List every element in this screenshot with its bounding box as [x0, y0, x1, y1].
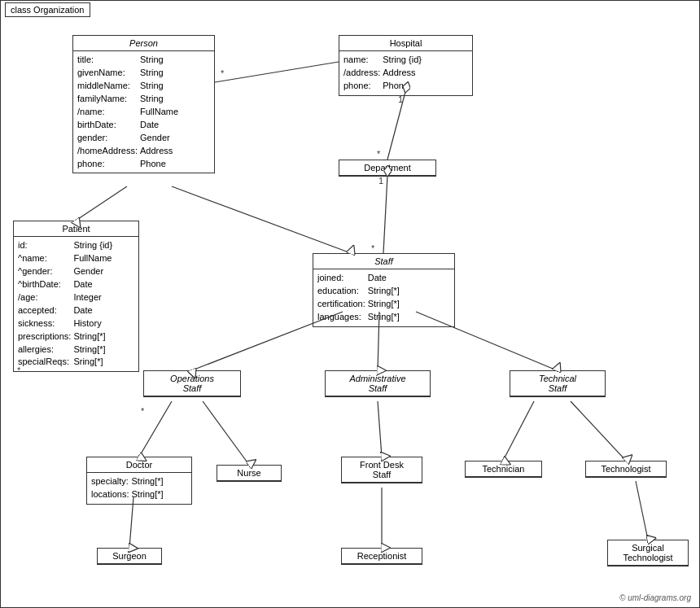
class-doctor-header: Doctor: [87, 457, 191, 473]
class-staff-header: Staff: [313, 254, 454, 269]
svg-line-4: [387, 92, 405, 160]
svg-line-15: [129, 497, 133, 548]
class-hospital: Hospital name:String {id} /address:Addre…: [339, 35, 473, 96]
svg-line-12: [378, 401, 382, 457]
class-receptionist-header: Receptionist: [342, 549, 422, 564]
svg-text:*: *: [371, 243, 375, 253]
class-technician: Technician: [465, 461, 542, 478]
svg-line-11: [203, 401, 249, 465]
class-patient-header: Patient: [14, 221, 138, 237]
svg-text:*: *: [141, 406, 145, 416]
class-administrative-staff-header: AdministrativeStaff: [326, 371, 430, 396]
class-staff: Staff joined:Date education:String[*] ce…: [313, 253, 455, 327]
class-technician-header: Technician: [466, 461, 541, 477]
svg-text:*: *: [377, 149, 381, 159]
class-hospital-body: name:String {id} /address:Address phone:…: [339, 51, 472, 95]
class-technical-staff-header: TechnicalStaff: [510, 371, 605, 396]
class-operations-staff-header: OperationsStaff: [144, 371, 240, 396]
svg-line-14: [571, 401, 626, 461]
class-administrative-staff: AdministrativeStaff: [325, 370, 431, 397]
class-receptionist: Receptionist: [341, 548, 422, 565]
class-surgical-technologist: SurgicalTechnologist: [607, 540, 689, 566]
class-surgical-technologist-header: SurgicalTechnologist: [608, 540, 688, 566]
class-person-header: Person: [73, 36, 214, 51]
class-hospital-header: Hospital: [339, 36, 472, 51]
class-staff-body: joined:Date education:String[*] certific…: [313, 269, 454, 326]
svg-line-6: [215, 62, 339, 82]
class-front-desk-staff-header: Front DeskStaff: [342, 457, 422, 483]
class-nurse-header: Nurse: [217, 466, 281, 481]
class-patient: Patient id:String {id} ^name:FullName ^g…: [13, 221, 139, 372]
svg-line-3: [172, 186, 351, 253]
svg-line-2: [76, 186, 127, 221]
svg-line-17: [636, 481, 648, 540]
svg-line-5: [383, 176, 387, 253]
class-person: Person title:String givenName:String mid…: [72, 35, 215, 173]
class-technical-staff: TechnicalStaff: [510, 370, 606, 397]
class-doctor-body: specialty:String[*] locations:String[*]: [87, 473, 191, 504]
class-front-desk-staff: Front DeskStaff: [341, 457, 422, 483]
svg-line-10: [139, 401, 172, 457]
class-department: Department: [339, 160, 436, 177]
diagram-container: class Organization Person title:String g…: [0, 0, 700, 608]
svg-line-13: [503, 401, 534, 461]
class-surgeon: Surgeon: [97, 548, 162, 565]
copyright-text: © uml-diagrams.org: [619, 593, 691, 602]
class-person-body: title:String givenName:String middleName…: [73, 51, 214, 173]
class-operations-staff: OperationsStaff: [143, 370, 241, 397]
svg-text:1: 1: [378, 176, 383, 186]
svg-text:*: *: [221, 68, 225, 78]
class-doctor: Doctor specialty:String[*] locations:Str…: [86, 457, 192, 505]
diagram-title: class Organization: [5, 2, 90, 17]
class-patient-body: id:String {id} ^name:FullName ^gender:Ge…: [14, 237, 138, 371]
class-nurse: Nurse: [217, 465, 282, 482]
class-technologist: Technologist: [585, 461, 667, 478]
class-technologist-header: Technologist: [586, 461, 666, 477]
class-department-header: Department: [339, 160, 435, 176]
class-surgeon-header: Surgeon: [98, 549, 161, 564]
